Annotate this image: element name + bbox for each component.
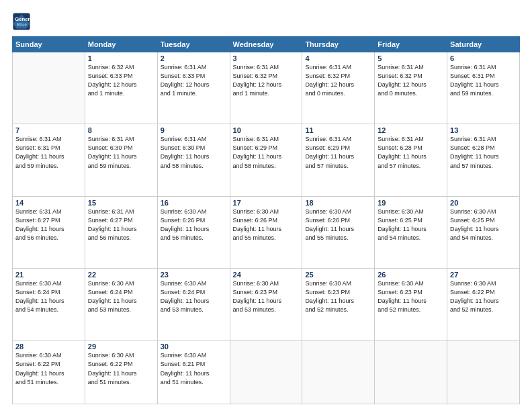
day-number: 16 [161, 199, 227, 207]
day-number: 18 [305, 199, 371, 207]
day-info: Sunrise: 6:31 AM Sunset: 6:32 PM Dayligh… [305, 63, 371, 98]
day-info: Sunrise: 6:30 AM Sunset: 6:22 PM Dayligh… [88, 351, 154, 386]
day-number: 12 [378, 126, 444, 134]
calendar-cell: 4Sunrise: 6:31 AM Sunset: 6:32 PM Daylig… [302, 52, 375, 124]
calendar-cell [302, 340, 375, 404]
calendar-cell: 18Sunrise: 6:30 AM Sunset: 6:26 PM Dayli… [302, 196, 375, 268]
calendar-cell: 12Sunrise: 6:31 AM Sunset: 6:28 PM Dayli… [375, 124, 447, 196]
week-row-5: 28Sunrise: 6:30 AM Sunset: 6:22 PM Dayli… [13, 340, 520, 404]
day-number: 4 [305, 54, 371, 62]
day-number: 26 [378, 271, 444, 279]
calendar-cell [375, 340, 447, 404]
col-header-thursday: Thursday [302, 37, 375, 52]
day-number: 25 [305, 271, 371, 279]
svg-text:General: General [15, 16, 31, 22]
day-info: Sunrise: 6:30 AM Sunset: 6:26 PM Dayligh… [161, 208, 227, 242]
calendar-cell: 17Sunrise: 6:30 AM Sunset: 6:26 PM Dayli… [230, 196, 302, 268]
week-row-4: 21Sunrise: 6:30 AM Sunset: 6:24 PM Dayli… [13, 269, 520, 340]
page: General Blue SundayMondayTuesdayWednesda… [0, 0, 532, 411]
day-info: Sunrise: 6:30 AM Sunset: 6:22 PM Dayligh… [15, 351, 82, 386]
logo: General Blue [12, 12, 31, 31]
col-header-friday: Friday [375, 37, 447, 52]
day-number: 20 [450, 199, 517, 207]
calendar-cell: 20Sunrise: 6:30 AM Sunset: 6:25 PM Dayli… [447, 196, 520, 268]
day-info: Sunrise: 6:30 AM Sunset: 6:25 PM Dayligh… [450, 208, 517, 242]
day-number: 6 [450, 54, 517, 62]
calendar-cell: 30Sunrise: 6:30 AM Sunset: 6:21 PM Dayli… [157, 340, 230, 404]
day-number: 9 [161, 126, 227, 134]
day-number: 10 [233, 126, 300, 134]
day-info: Sunrise: 6:30 AM Sunset: 6:25 PM Dayligh… [378, 208, 444, 242]
day-info: Sunrise: 6:30 AM Sunset: 6:22 PM Dayligh… [450, 279, 517, 314]
day-info: Sunrise: 6:31 AM Sunset: 6:30 PM Dayligh… [161, 135, 227, 170]
day-number: 11 [305, 126, 371, 134]
day-info: Sunrise: 6:31 AM Sunset: 6:29 PM Dayligh… [305, 135, 371, 170]
day-info: Sunrise: 6:30 AM Sunset: 6:24 PM Dayligh… [88, 279, 154, 314]
logo-icon: General Blue [12, 12, 31, 31]
calendar-cell: 26Sunrise: 6:30 AM Sunset: 6:23 PM Dayli… [375, 269, 447, 340]
day-info: Sunrise: 6:31 AM Sunset: 6:29 PM Dayligh… [233, 135, 300, 170]
day-info: Sunrise: 6:30 AM Sunset: 6:23 PM Dayligh… [305, 279, 371, 314]
calendar-cell: 13Sunrise: 6:31 AM Sunset: 6:28 PM Dayli… [447, 124, 520, 196]
calendar-cell: 14Sunrise: 6:31 AM Sunset: 6:27 PM Dayli… [13, 196, 85, 268]
calendar-cell: 3Sunrise: 6:31 AM Sunset: 6:32 PM Daylig… [230, 52, 302, 124]
day-number: 27 [450, 271, 517, 279]
svg-text:Blue: Blue [17, 22, 27, 27]
calendar-cell: 27Sunrise: 6:30 AM Sunset: 6:22 PM Dayli… [447, 269, 520, 340]
day-number: 8 [88, 126, 154, 134]
calendar-header-row: SundayMondayTuesdayWednesdayThursdayFrid… [13, 37, 520, 52]
calendar-cell: 22Sunrise: 6:30 AM Sunset: 6:24 PM Dayli… [85, 269, 157, 340]
day-info: Sunrise: 6:31 AM Sunset: 6:27 PM Dayligh… [15, 208, 82, 242]
calendar-cell: 11Sunrise: 6:31 AM Sunset: 6:29 PM Dayli… [302, 124, 375, 196]
calendar-cell: 5Sunrise: 6:31 AM Sunset: 6:32 PM Daylig… [375, 52, 447, 124]
header: General Blue [12, 12, 520, 31]
calendar-cell: 7Sunrise: 6:31 AM Sunset: 6:31 PM Daylig… [13, 124, 85, 196]
col-header-saturday: Saturday [447, 37, 520, 52]
day-info: Sunrise: 6:30 AM Sunset: 6:21 PM Dayligh… [161, 351, 227, 386]
col-header-tuesday: Tuesday [157, 37, 230, 52]
calendar-table: SundayMondayTuesdayWednesdayThursdayFrid… [12, 36, 520, 404]
day-number: 22 [88, 271, 154, 279]
day-info: Sunrise: 6:31 AM Sunset: 6:28 PM Dayligh… [450, 135, 517, 170]
col-header-sunday: Sunday [13, 37, 85, 52]
calendar-cell: 21Sunrise: 6:30 AM Sunset: 6:24 PM Dayli… [13, 269, 85, 340]
day-info: Sunrise: 6:30 AM Sunset: 6:24 PM Dayligh… [15, 279, 82, 314]
day-info: Sunrise: 6:31 AM Sunset: 6:27 PM Dayligh… [88, 208, 154, 242]
day-number: 1 [88, 54, 154, 62]
day-number: 2 [161, 54, 227, 62]
day-info: Sunrise: 6:31 AM Sunset: 6:28 PM Dayligh… [378, 135, 444, 170]
calendar-cell: 6Sunrise: 6:31 AM Sunset: 6:31 PM Daylig… [447, 52, 520, 124]
calendar-cell: 19Sunrise: 6:30 AM Sunset: 6:25 PM Dayli… [375, 196, 447, 268]
day-number: 15 [88, 199, 154, 207]
calendar-cell: 29Sunrise: 6:30 AM Sunset: 6:22 PM Dayli… [85, 340, 157, 404]
calendar-cell: 24Sunrise: 6:30 AM Sunset: 6:23 PM Dayli… [230, 269, 302, 340]
day-info: Sunrise: 6:30 AM Sunset: 6:24 PM Dayligh… [161, 279, 227, 314]
day-info: Sunrise: 6:31 AM Sunset: 6:30 PM Dayligh… [88, 135, 154, 170]
calendar-cell [13, 52, 85, 124]
day-number: 13 [450, 126, 517, 134]
col-header-monday: Monday [85, 37, 157, 52]
day-number: 28 [15, 342, 82, 351]
day-number: 23 [161, 271, 227, 279]
calendar-cell: 8Sunrise: 6:31 AM Sunset: 6:30 PM Daylig… [85, 124, 157, 196]
day-info: Sunrise: 6:31 AM Sunset: 6:32 PM Dayligh… [378, 63, 444, 98]
day-info: Sunrise: 6:30 AM Sunset: 6:26 PM Dayligh… [305, 208, 371, 242]
day-number: 24 [233, 271, 300, 279]
day-number: 7 [15, 126, 82, 134]
day-number: 30 [161, 342, 227, 351]
day-number: 17 [233, 199, 300, 207]
calendar-cell: 15Sunrise: 6:31 AM Sunset: 6:27 PM Dayli… [85, 196, 157, 268]
day-info: Sunrise: 6:30 AM Sunset: 6:23 PM Dayligh… [233, 279, 300, 314]
col-header-wednesday: Wednesday [230, 37, 302, 52]
day-info: Sunrise: 6:30 AM Sunset: 6:26 PM Dayligh… [233, 208, 300, 242]
calendar-cell: 28Sunrise: 6:30 AM Sunset: 6:22 PM Dayli… [13, 340, 85, 404]
day-number: 5 [378, 54, 444, 62]
day-info: Sunrise: 6:31 AM Sunset: 6:33 PM Dayligh… [161, 63, 227, 98]
day-number: 14 [15, 199, 82, 207]
day-info: Sunrise: 6:31 AM Sunset: 6:31 PM Dayligh… [450, 63, 517, 98]
week-row-1: 1Sunrise: 6:32 AM Sunset: 6:33 PM Daylig… [13, 52, 520, 124]
calendar-cell: 9Sunrise: 6:31 AM Sunset: 6:30 PM Daylig… [157, 124, 230, 196]
calendar-cell [230, 340, 302, 404]
day-info: Sunrise: 6:32 AM Sunset: 6:33 PM Dayligh… [88, 63, 154, 98]
calendar-cell: 1Sunrise: 6:32 AM Sunset: 6:33 PM Daylig… [85, 52, 157, 124]
